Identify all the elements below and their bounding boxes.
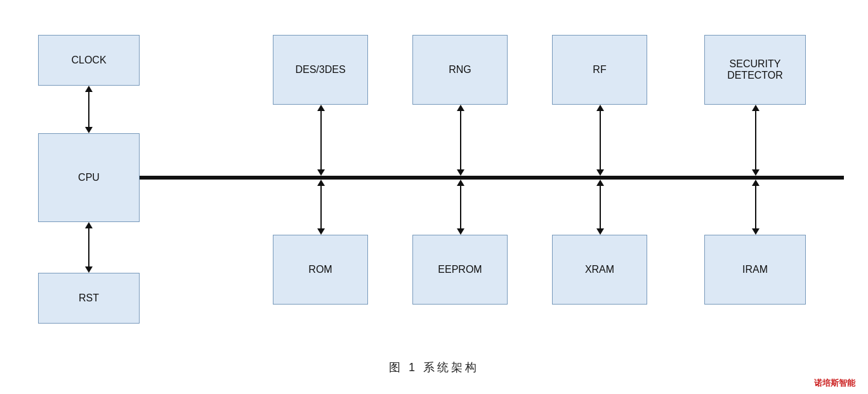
security-label: SECURITY DETECTOR [727, 58, 783, 81]
svg-marker-13 [457, 105, 464, 111]
rom-label: ROM [308, 264, 332, 275]
svg-marker-15 [457, 169, 464, 176]
des-bottom-arrow [315, 180, 327, 235]
rng-bottom-arrow [454, 180, 467, 235]
rst-label: RST [79, 292, 99, 304]
svg-marker-5 [85, 266, 93, 273]
rf-block: RF [552, 35, 647, 105]
svg-marker-24 [596, 228, 604, 235]
cpu-block: CPU [38, 133, 140, 222]
svg-marker-3 [85, 222, 93, 228]
rom-block: ROM [273, 235, 368, 305]
caption: 图 1 系统架构 [389, 360, 479, 375]
diagram-container: CLOCK CPU RST DES/3DES [0, 0, 868, 368]
des-block: DES/3DES [273, 35, 368, 105]
svg-marker-12 [317, 228, 325, 235]
iram-label: IRAM [742, 264, 768, 275]
rf-bottom-arrow [594, 180, 607, 235]
rf-label: RF [593, 64, 606, 76]
iram-bottom-arrow [749, 180, 762, 235]
rng-label: RNG [449, 64, 471, 76]
cpu-label: CPU [78, 172, 100, 183]
svg-marker-21 [596, 169, 604, 176]
svg-marker-16 [457, 180, 464, 186]
xram-label: XRAM [585, 264, 614, 275]
svg-marker-19 [596, 105, 604, 111]
svg-marker-27 [752, 169, 760, 176]
svg-marker-9 [317, 169, 325, 176]
eeprom-label: EEPROM [438, 264, 482, 275]
svg-marker-22 [596, 180, 604, 186]
svg-marker-1 [85, 86, 93, 92]
xram-block: XRAM [552, 235, 647, 305]
svg-marker-7 [317, 105, 325, 111]
cpu-rst-arrow [82, 222, 95, 273]
des-label: DES/3DES [295, 64, 345, 76]
rf-top-arrow [594, 105, 607, 176]
svg-marker-10 [317, 180, 325, 186]
svg-marker-25 [752, 105, 760, 111]
cpu-bus-arrow [140, 170, 152, 184]
des-top-arrow [315, 105, 327, 176]
clock-cpu-arrow [82, 86, 95, 133]
logo: 诺培斯智能 [814, 378, 855, 389]
rng-block: RNG [412, 35, 508, 105]
clock-label: CLOCK [71, 55, 106, 66]
rng-top-arrow [454, 105, 467, 176]
clock-block: CLOCK [38, 35, 140, 86]
security-top-arrow [749, 105, 762, 176]
svg-marker-2 [85, 127, 93, 133]
eeprom-block: EEPROM [412, 235, 508, 305]
svg-marker-30 [752, 228, 760, 235]
svg-marker-18 [457, 228, 464, 235]
bus-line [140, 176, 844, 180]
rst-block: RST [38, 273, 140, 324]
security-block: SECURITY DETECTOR [704, 35, 806, 105]
svg-marker-28 [752, 180, 760, 186]
iram-block: IRAM [704, 235, 806, 305]
